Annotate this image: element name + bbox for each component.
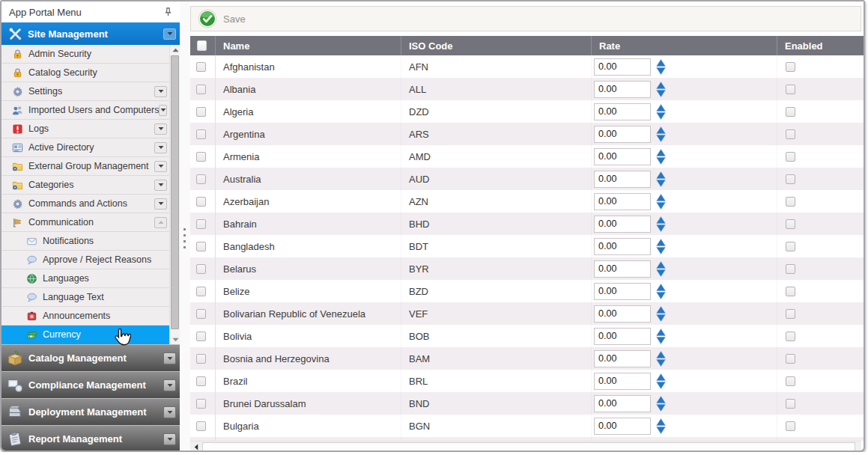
- sidebar-item-catalog-security[interactable]: Catalog Security: [1, 64, 169, 82]
- enabled-checkbox[interactable]: [786, 152, 795, 162]
- section-deployment-management[interactable]: Deployment Management: [1, 398, 180, 425]
- sidebar-item-language-text[interactable]: Language Text: [1, 288, 169, 307]
- enabled-checkbox[interactable]: [786, 264, 795, 274]
- section-compliance-management[interactable]: Compliance Management: [1, 371, 180, 398]
- header-name[interactable]: Name: [215, 36, 401, 55]
- enabled-checkbox[interactable]: [786, 287, 795, 296]
- enabled-checkbox[interactable]: [786, 197, 795, 207]
- row-checkbox[interactable]: [196, 332, 206, 341]
- enabled-checkbox[interactable]: [786, 332, 795, 341]
- rate-spin-down-button[interactable]: [656, 202, 666, 210]
- rate-input[interactable]: [594, 350, 651, 367]
- rate-input[interactable]: [594, 171, 651, 188]
- rate-input[interactable]: [594, 126, 651, 143]
- chevron-up-button[interactable]: [154, 217, 167, 228]
- enabled-checkbox[interactable]: [786, 399, 795, 409]
- rate-spin-up-button[interactable]: [656, 306, 666, 314]
- rate-spin-up-button[interactable]: [656, 59, 666, 67]
- rate-spin-down-button[interactable]: [656, 90, 666, 97]
- chevron-down-button[interactable]: [159, 105, 167, 116]
- sidebar-item-approve-reject-reasons[interactable]: Approve / Reject Reasons: [1, 251, 169, 269]
- rate-input[interactable]: [594, 58, 651, 76]
- chevron-down-button[interactable]: [154, 161, 167, 172]
- rate-input[interactable]: [594, 283, 651, 300]
- section-dropdown-button[interactable]: [163, 28, 176, 40]
- rate-input[interactable]: [594, 328, 651, 345]
- rate-spin-up-button[interactable]: [656, 239, 666, 246]
- chevron-down-button[interactable]: [163, 379, 176, 391]
- sidebar-item-imported-users-and-computers[interactable]: Imported Users and Computers: [1, 101, 169, 120]
- row-checkbox[interactable]: [196, 421, 206, 431]
- rate-spin-up-button[interactable]: [656, 104, 666, 112]
- sidebar-item-external-group-management[interactable]: External Group Management: [1, 157, 169, 176]
- sidebar-item-communication[interactable]: Communication: [1, 213, 169, 232]
- rate-input[interactable]: [594, 193, 651, 210]
- section-site-management[interactable]: Site Management: [1, 22, 180, 45]
- rate-input[interactable]: [594, 373, 651, 390]
- row-checkbox[interactable]: [196, 287, 206, 296]
- rate-spin-down-button[interactable]: [656, 404, 666, 412]
- rate-spin-down-button[interactable]: [656, 314, 666, 322]
- rate-spin-up-button[interactable]: [656, 284, 666, 291]
- rate-spin-down-button[interactable]: [656, 180, 666, 187]
- chevron-down-button[interactable]: [163, 406, 176, 418]
- enabled-checkbox[interactable]: [786, 421, 795, 431]
- enabled-checkbox[interactable]: [786, 174, 795, 184]
- row-checkbox[interactable]: [196, 242, 206, 251]
- sidebar-item-languages[interactable]: Languages: [1, 269, 169, 288]
- rate-spin-down-button[interactable]: [656, 247, 666, 254]
- select-all-checkbox[interactable]: [197, 40, 207, 51]
- sidebar-item-commands-and-actions[interactable]: Commands and Actions: [1, 195, 169, 213]
- rate-spin-down-button[interactable]: [656, 225, 666, 232]
- row-checkbox[interactable]: [196, 354, 206, 364]
- enabled-checkbox[interactable]: [786, 107, 795, 117]
- row-checkbox[interactable]: [196, 129, 206, 139]
- hscroll-thumb[interactable]: [202, 442, 855, 451]
- header-iso-code[interactable]: ISO Code: [401, 36, 591, 55]
- chevron-down-button[interactable]: [154, 123, 167, 135]
- sidebar-item-announcements[interactable]: Announcements: [1, 307, 169, 326]
- rate-spin-down-button[interactable]: [656, 337, 666, 344]
- hscroll-left-button[interactable]: [192, 443, 201, 451]
- header-rate[interactable]: Rate: [591, 36, 777, 55]
- rate-input[interactable]: [594, 418, 651, 435]
- row-checkbox[interactable]: [196, 152, 206, 162]
- rate-input[interactable]: [594, 148, 651, 165]
- enabled-checkbox[interactable]: [786, 219, 795, 229]
- sidebar-item-logs[interactable]: Logs: [1, 120, 169, 138]
- rate-spin-up-button[interactable]: [656, 329, 666, 336]
- chevron-down-button[interactable]: [163, 433, 176, 445]
- row-checkbox[interactable]: [196, 174, 206, 184]
- rate-spin-down-button[interactable]: [656, 382, 666, 389]
- header-enabled[interactable]: Enabled: [777, 36, 864, 55]
- rate-spin-down-button[interactable]: [656, 157, 666, 165]
- rate-spin-down-button[interactable]: [656, 112, 666, 120]
- enabled-checkbox[interactable]: [786, 242, 795, 251]
- rate-spin-down-button[interactable]: [656, 359, 666, 367]
- rate-spin-up-button[interactable]: [656, 351, 666, 358]
- enabled-checkbox[interactable]: [786, 376, 795, 386]
- rate-spin-down-button[interactable]: [656, 427, 666, 434]
- enabled-checkbox[interactable]: [786, 354, 795, 364]
- sidebar-splitter[interactable]: [180, 1, 190, 452]
- chevron-down-button[interactable]: [154, 198, 167, 210]
- section-catalog-management[interactable]: Catalog Management: [1, 344, 180, 371]
- chevron-down-button[interactable]: [154, 180, 167, 191]
- sidebar-item-admin-security[interactable]: Admin Security: [1, 45, 169, 64]
- pin-icon[interactable]: [163, 7, 174, 18]
- rate-input[interactable]: [594, 81, 651, 98]
- row-checkbox[interactable]: [196, 399, 206, 409]
- save-button[interactable]: Save: [198, 9, 246, 28]
- rate-spin-up-button[interactable]: [656, 418, 666, 426]
- rate-spin-down-button[interactable]: [656, 135, 666, 142]
- row-checkbox[interactable]: [196, 62, 206, 72]
- rate-input[interactable]: [594, 395, 651, 412]
- rate-spin-down-button[interactable]: [656, 292, 666, 299]
- row-checkbox[interactable]: [196, 309, 206, 319]
- chevron-down-button[interactable]: [154, 142, 167, 153]
- sidebar-scrollbar[interactable]: [169, 45, 180, 344]
- enabled-checkbox[interactable]: [786, 62, 795, 72]
- rate-spin-up-button[interactable]: [656, 216, 666, 224]
- rate-spin-up-button[interactable]: [656, 149, 666, 156]
- rate-spin-up-button[interactable]: [656, 373, 666, 381]
